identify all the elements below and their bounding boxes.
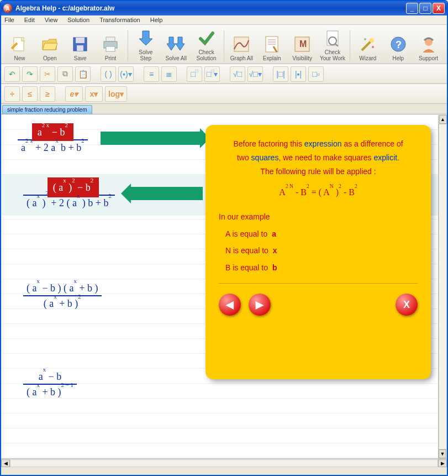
tool-solve-all[interactable]: Solve All [161, 27, 191, 61]
explain-example: In our example A is equal toa N is equal… [219, 208, 418, 276]
horizontal-scrollbar[interactable]: ◀ ▶ [1, 458, 447, 467]
align-2-button[interactable]: ≣ [161, 66, 177, 82]
tool-new-label: New [14, 55, 25, 61]
tertiary-toolbar: ÷ ≤ ≥ e▾ x▾ log▾ [1, 84, 447, 104]
save-icon [70, 34, 90, 54]
le-button[interactable]: ≤ [22, 86, 38, 102]
tool-support[interactable]: Support [413, 27, 444, 61]
solve-all-icon [166, 34, 186, 54]
step-2: ..( ax )2 − b2 ( ax )2 + 2 ( ax ) b + b2 [23, 180, 115, 210]
abs-3-button[interactable]: □▫ [308, 66, 324, 82]
divide-button[interactable]: ÷ [4, 86, 20, 102]
paste-button[interactable]: 📋 [75, 66, 91, 82]
scroll-right-button[interactable]: ▶ [438, 459, 447, 467]
titlebar: A Algebra Help - c:/algebrator.alw _ □ X [1, 1, 447, 15]
root-2-button[interactable]: √□▾ [247, 66, 263, 82]
bracket-button[interactable]: (▪)▾ [118, 66, 134, 82]
tool-visibility[interactable]: MVisibility [287, 27, 318, 61]
svg-text:?: ? [396, 39, 402, 50]
tool-solve-step-label: Solve Step [139, 49, 152, 61]
menu-edit[interactable]: Edit [24, 17, 35, 23]
close-explain-button[interactable]: X [396, 294, 418, 316]
menu-solution[interactable]: Solution [67, 17, 89, 23]
tool-explain-label: Explain [263, 55, 281, 61]
support-icon [419, 34, 439, 54]
align-1-button[interactable]: ≡ [144, 66, 159, 82]
window-title: Algebra Help - c:/algebrator.alw [15, 4, 114, 12]
tool-help[interactable]: ?Help [383, 27, 413, 61]
root-1-button[interactable]: √□ [230, 66, 245, 82]
check-work-icon [323, 28, 342, 48]
tool-check-solution[interactable]: Check Solution [191, 27, 222, 61]
scroll-left-button[interactable]: ◀ [1, 459, 10, 467]
hscroll-track[interactable] [10, 459, 438, 467]
menu-file[interactable]: File [4, 17, 14, 23]
menubar: File Edit View Solution Transformation H… [1, 15, 447, 25]
svg-point-17 [370, 38, 374, 43]
svg-point-18 [364, 38, 366, 40]
tool-graph-all[interactable]: Graph All [226, 27, 257, 61]
vscroll-track[interactable] [439, 124, 447, 449]
undo-button[interactable]: ↶ [4, 66, 20, 82]
tool-open[interactable]: Open [35, 27, 65, 61]
svg-point-19 [372, 46, 374, 48]
wizard-icon [358, 34, 378, 54]
tool-explain[interactable]: Explain [257, 27, 287, 61]
check-solution-icon [197, 28, 217, 48]
tool-graph-all-label: Graph All [230, 55, 253, 61]
tool-solve-step[interactable]: Solve Step [130, 27, 161, 61]
exp-1-button[interactable]: □□ [187, 66, 202, 82]
e-button[interactable]: e▾ [65, 86, 83, 102]
help-icon: ? [388, 34, 408, 54]
vertical-scrollbar[interactable]: ▲ ▼ [438, 115, 447, 458]
worksheet-tab[interactable]: simple fraction reducing problem [2, 105, 92, 114]
tool-save[interactable]: Save [65, 27, 96, 61]
menu-help[interactable]: Help [150, 17, 163, 23]
tool-open-label: Open [43, 55, 56, 61]
abs-1-button[interactable]: |□| [273, 66, 288, 82]
tab-strip: simple fraction reducing problem [1, 104, 447, 114]
step-1: a2 x − b2 a2 x + 2 ax b + b2 [18, 125, 88, 155]
svg-rect-2 [76, 38, 85, 43]
arrow-left-icon [131, 187, 203, 200]
tool-visibility-label: Visibility [292, 55, 312, 61]
log-button[interactable]: log▾ [105, 86, 127, 102]
worksheet: a2 x − b2 a2 x + 2 ax b + b2 ..( ax )2 −… [1, 114, 447, 467]
svg-rect-3 [77, 45, 83, 51]
scroll-up-button[interactable]: ▲ [439, 115, 447, 124]
explain-rule: A2 N - B2 = ( AN )2 - B2 [219, 187, 418, 197]
menu-transformation[interactable]: Transformation [99, 17, 140, 23]
svg-rect-14 [327, 31, 338, 45]
svg-text:M: M [299, 39, 307, 49]
paren-button[interactable]: ( ) [101, 66, 116, 82]
svg-rect-6 [106, 46, 115, 51]
tool-print[interactable]: Print [96, 27, 126, 61]
scroll-down-button[interactable]: ▼ [439, 449, 446, 458]
menu-view[interactable]: View [45, 17, 58, 23]
minimize-button[interactable]: _ [406, 3, 418, 14]
solve-step-icon [136, 28, 156, 48]
close-button[interactable]: X [433, 3, 445, 14]
prev-button[interactable]: ◀ [219, 294, 241, 316]
worksheet-tab-label: simple fraction reducing problem [7, 107, 87, 113]
graph-icon [231, 34, 251, 54]
cut-button[interactable]: ✂ [40, 66, 55, 82]
tool-new[interactable]: New [4, 27, 35, 61]
open-icon [40, 34, 60, 54]
maximize-button[interactable]: □ [419, 3, 431, 14]
exp-2-button[interactable]: □□▾ [204, 66, 220, 82]
ge-button[interactable]: ≥ [40, 86, 55, 102]
tool-wizard[interactable]: Wizard [352, 27, 383, 61]
arrow-right-icon [101, 132, 200, 145]
new-icon [9, 34, 29, 54]
redo-button[interactable]: ↷ [22, 66, 38, 82]
next-button[interactable]: ▶ [249, 294, 271, 316]
step-3: ( ax − b ) ( ax + b ) ( ax + b )2 [23, 281, 102, 311]
abs-2-button[interactable]: |▪| [291, 66, 306, 82]
tool-print-label: Print [105, 55, 117, 61]
app-icon: A [3, 4, 12, 13]
tool-check-work[interactable]: Check Your Work [318, 27, 348, 61]
explain-panel: Before factoring this expression as a di… [205, 125, 431, 379]
copy-button[interactable]: ⧉ [57, 66, 73, 82]
x-button[interactable]: x▾ [85, 86, 103, 102]
